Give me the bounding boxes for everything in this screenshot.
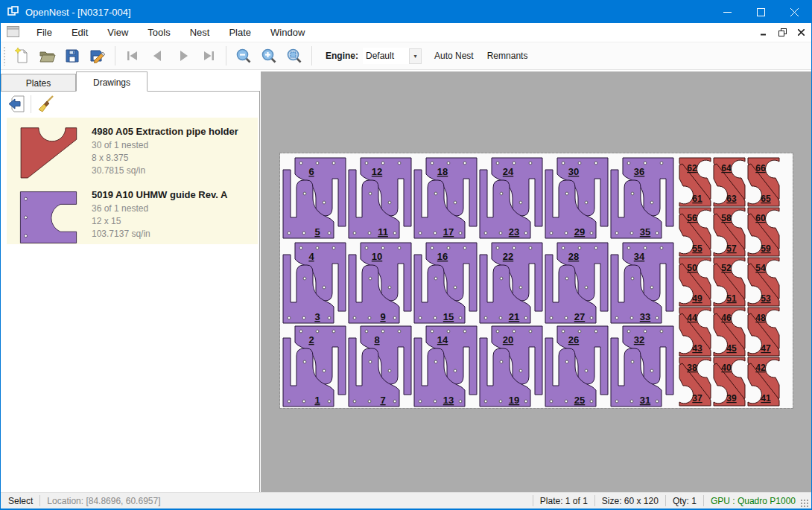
window-title: OpenNest - [N0317-004] — [25, 7, 131, 18]
nested-pair-purple[interactable]: 36 35 — [609, 156, 675, 240]
nested-pair-red[interactable]: 46 45 — [712, 307, 746, 357]
last-plate-button[interactable] — [196, 45, 221, 67]
nested-pair-red[interactable]: 38 37 — [678, 357, 712, 407]
nested-pair-purple[interactable]: 8 7 — [347, 325, 413, 408]
close-button[interactable] — [778, 1, 811, 23]
mdi-restore-button[interactable] — [774, 25, 790, 40]
nested-pair-purple[interactable]: 4 3 — [282, 241, 347, 325]
plate-sheet[interactable]: 6 5 12 11 18 17 24 23 — [280, 153, 793, 408]
tab-drawings[interactable]: Drawings — [76, 71, 148, 92]
nested-pair-red[interactable]: 54 53 — [746, 257, 781, 307]
pipe-holder-thumbnail — [13, 123, 84, 176]
mdi-close-button[interactable] — [793, 25, 809, 40]
nested-pair-purple[interactable]: 12 11 — [347, 156, 413, 240]
engine-dropdown-arrow-icon[interactable]: ▾ — [409, 48, 422, 64]
save-as-button[interactable] — [85, 45, 110, 67]
nested-pair-red[interactable]: 64 63 — [712, 157, 746, 207]
nested-pair-purple[interactable]: 30 29 — [544, 156, 609, 240]
part-number: 42 — [755, 363, 766, 373]
menu-nest[interactable]: Nest — [180, 24, 220, 41]
nested-pair-purple[interactable]: 28 27 — [544, 241, 609, 325]
nested-pair-red[interactable]: 48 47 — [746, 307, 781, 357]
nested-pair-red[interactable]: 56 55 — [678, 207, 712, 257]
part-number: 12 — [372, 166, 382, 177]
first-plate-button[interactable] — [120, 45, 145, 67]
drawing-title: 4980 A05 Extraction pipe holder — [92, 126, 255, 137]
menu-tools[interactable]: Tools — [138, 24, 180, 41]
part-number: 52 — [721, 263, 732, 273]
new-file-button[interactable] — [9, 45, 34, 67]
nested-pair-purple[interactable]: 24 23 — [478, 156, 544, 240]
part-number: 63 — [726, 194, 737, 204]
drawing-size: 8 x 8.375 — [92, 152, 255, 165]
menu-edit[interactable]: Edit — [62, 24, 98, 41]
save-icon — [63, 47, 81, 65]
open-file-button[interactable] — [34, 45, 60, 67]
status-qty: Qty: 1 — [673, 496, 697, 506]
part-number: 58 — [721, 213, 732, 223]
clean-button[interactable] — [34, 94, 57, 115]
nested-pair-red[interactable]: 60 59 — [746, 207, 781, 257]
nested-pair-red[interactable]: 50 49 — [678, 257, 712, 307]
part-number: 9 — [380, 311, 385, 322]
part-number: 43 — [692, 343, 702, 354]
save-button[interactable] — [60, 45, 85, 67]
nested-pair-purple[interactable]: 34 33 — [609, 241, 675, 325]
zoom-out-button[interactable] — [231, 45, 256, 67]
part-number: 46 — [721, 313, 732, 323]
remnants-button[interactable]: Remnants — [480, 46, 535, 66]
part-number: 31 — [640, 395, 650, 406]
drawing-title: 5019 A10 UHMW guide Rev. A — [92, 189, 255, 200]
nested-pair-red[interactable]: 40 39 — [712, 357, 746, 407]
nested-pair-purple[interactable]: 20 19 — [478, 325, 544, 408]
previous-plate-button[interactable] — [145, 45, 171, 67]
drawing-nested-count: 36 of 1 nested — [92, 203, 255, 215]
mdi-minimize-button[interactable] — [755, 25, 772, 40]
part-number: 37 — [692, 393, 702, 404]
drawing-item-uhmw-guide[interactable]: 5019 A10 UHMW guide Rev. A 36 of 1 neste… — [7, 181, 258, 244]
nested-pair-purple[interactable]: 6 5 — [282, 156, 347, 240]
zoom-extents-button[interactable] — [282, 45, 307, 67]
nested-pair-red[interactable]: 44 43 — [678, 307, 712, 357]
nested-pair-purple[interactable]: 14 13 — [413, 325, 478, 408]
open-folder-icon — [38, 47, 56, 65]
zoom-in-button[interactable] — [256, 45, 282, 67]
menu-view[interactable]: View — [98, 24, 138, 41]
part-number: 23 — [509, 226, 519, 238]
nested-pair-red[interactable]: 42 41 — [746, 357, 781, 407]
toolbar-grip[interactable] — [3, 46, 6, 66]
maximize-button[interactable] — [744, 1, 778, 23]
nested-pair-red[interactable]: 58 57 — [712, 207, 746, 257]
nested-pair-red[interactable]: 62 61 — [678, 157, 712, 207]
drawing-item-pipe-holder[interactable]: 4980 A05 Extraction pipe holder 30 of 1 … — [7, 118, 258, 181]
drawing-area: 30.7815 sq/in — [92, 165, 255, 177]
nest-canvas[interactable]: 6 5 12 11 18 17 24 23 — [261, 71, 812, 492]
nested-pair-purple[interactable]: 22 21 — [478, 241, 544, 325]
menu-file[interactable]: File — [27, 24, 62, 41]
opennest-window: { "window": { "title": "OpenNest - [N031… — [0, 0, 812, 510]
nested-pair-purple[interactable]: 32 31 — [609, 325, 675, 408]
tab-plates[interactable]: Plates — [1, 74, 76, 92]
auto-nest-button[interactable]: Auto Nest — [428, 46, 480, 66]
nested-pair-red[interactable]: 52 51 — [712, 257, 746, 307]
resize-grip[interactable] — [800, 499, 809, 508]
nested-pair-purple[interactable]: 2 1 — [282, 325, 347, 408]
mdi-document-icon[interactable] — [7, 26, 19, 39]
nested-pair-purple[interactable]: 10 9 — [347, 241, 413, 325]
drawings-toolbar — [1, 92, 259, 116]
part-number: 16 — [437, 251, 448, 262]
next-plate-button[interactable] — [171, 45, 196, 67]
part-number: 64 — [721, 163, 732, 173]
nested-pair-red[interactable]: 66 65 — [746, 157, 781, 207]
engine-select[interactable]: Default — [363, 48, 409, 64]
uhmw-guide-thumbnail — [13, 186, 84, 240]
menu-plate[interactable]: Plate — [219, 24, 261, 41]
status-location: Location: [84.8696, 60.6957] — [47, 496, 160, 506]
menu-window[interactable]: Window — [261, 24, 314, 41]
nested-pair-purple[interactable]: 16 15 — [413, 241, 478, 325]
part-number: 35 — [640, 226, 650, 238]
nested-pair-purple[interactable]: 18 17 — [413, 156, 478, 240]
nested-pair-purple[interactable]: 26 25 — [544, 325, 609, 408]
return-drawing-button[interactable] — [5, 94, 28, 115]
minimize-button[interactable] — [711, 1, 744, 23]
